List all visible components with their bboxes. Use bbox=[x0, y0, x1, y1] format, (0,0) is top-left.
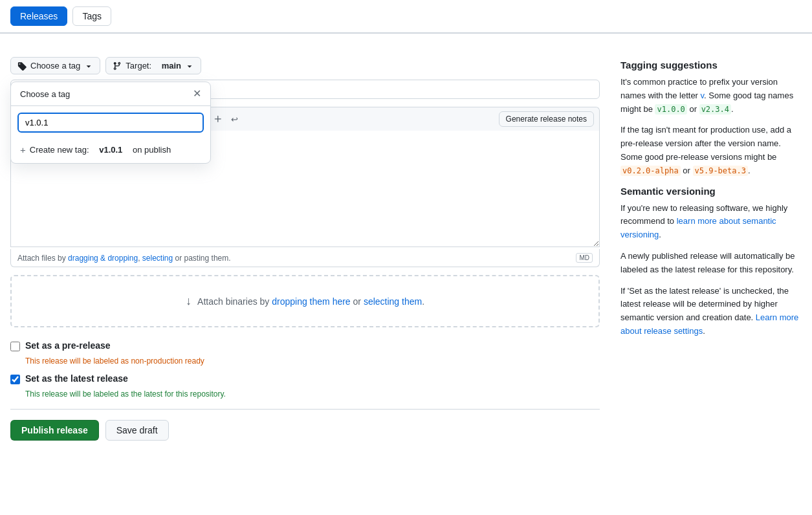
target-label: Target: bbox=[126, 61, 151, 71]
tagging-suggestions-title: Tagging suggestions bbox=[620, 60, 802, 71]
bottom-buttons: Publish release Save draft bbox=[10, 420, 600, 441]
tagging-p1: It's common practice to prefix your vers… bbox=[620, 76, 802, 116]
choose-tag-button[interactable]: Choose a tag bbox=[10, 57, 100, 74]
create-tag-prefix: Create new tag: bbox=[30, 145, 89, 155]
tag-icon bbox=[17, 61, 27, 71]
close-dropdown-button[interactable]: ✕ bbox=[193, 89, 201, 99]
prerelease-checkbox[interactable] bbox=[10, 342, 20, 351]
v234-example: v2.3.4 bbox=[699, 104, 731, 115]
controls-row: Choose a tag Target: main bbox=[10, 57, 600, 74]
prerelease-label[interactable]: Set as a pre-release bbox=[25, 340, 111, 351]
chevron-down-icon bbox=[84, 61, 93, 71]
v100-example: v1.0.0 bbox=[655, 104, 686, 115]
prerelease-example-1: v0.2.0-alpha bbox=[620, 166, 681, 176]
main-container: Choose a tag Target: main bbox=[0, 44, 812, 454]
attach-drag-link[interactable]: dragging & dropping bbox=[68, 254, 138, 263]
md-badge: MD bbox=[576, 253, 593, 263]
save-draft-button[interactable]: Save draft bbox=[105, 420, 169, 441]
latest-release-sublabel: This release will be labeled as the late… bbox=[25, 389, 600, 399]
binaries-attach-area[interactable]: ↓ Attach binaries by dropping them here … bbox=[10, 275, 600, 327]
semver-title: Semantic versioning bbox=[620, 186, 802, 197]
attach-files-text: Attach files by dragging & dropping, sel… bbox=[17, 254, 231, 263]
checkbox-section: Set as a pre-release This release will b… bbox=[10, 340, 600, 399]
prerelease-example-2: v5.9-beta.3 bbox=[693, 166, 748, 176]
publish-release-button[interactable]: Publish release bbox=[10, 420, 99, 441]
top-tabs-bar: Releases Tags bbox=[0, 0, 812, 33]
learn-more-release-settings-link[interactable]: Learn more about release settings bbox=[620, 312, 798, 336]
top-divider bbox=[0, 33, 812, 34]
semver-p1: If you're new to releasing software, we … bbox=[620, 202, 802, 242]
right-panel: Tagging suggestions It's common practice… bbox=[620, 57, 802, 441]
toolbar-ref-btn[interactable] bbox=[210, 112, 226, 126]
semver-p3: If 'Set as the latest release' is unchec… bbox=[620, 285, 802, 338]
semver-learn-link[interactable]: learn more about semantic versioning bbox=[620, 216, 776, 239]
down-arrow-icon: ↓ bbox=[186, 294, 192, 307]
tag-dropdown-header: Choose a tag ✕ bbox=[11, 82, 210, 106]
tab-tags[interactable]: Tags bbox=[72, 6, 111, 26]
latest-release-row: Set as the latest release bbox=[10, 373, 600, 384]
create-tag-name: v1.0.1 bbox=[99, 145, 122, 155]
target-branch-button[interactable]: Target: main bbox=[105, 57, 201, 74]
tag-dropdown-popup: Choose a tag ✕ + Create new tag: v1.0.1 … bbox=[10, 82, 211, 164]
file-attach-bar: Attach files by dragging & dropping, sel… bbox=[10, 249, 600, 267]
tag-search-input[interactable] bbox=[17, 113, 204, 133]
target-value: main bbox=[162, 61, 181, 71]
selecting-link[interactable]: selecting them bbox=[364, 296, 422, 307]
tag-dropdown-title: Choose a tag bbox=[20, 89, 70, 99]
create-tag-suffix: on publish bbox=[133, 145, 171, 155]
latest-release-checkbox[interactable] bbox=[10, 375, 20, 384]
create-tag-option[interactable]: + Create new tag: v1.0.1 on publish bbox=[11, 139, 210, 163]
attach-binaries-text: Attach binaries by dropping them here or… bbox=[197, 296, 424, 307]
semver-p2: A newly published release will automatic… bbox=[620, 250, 802, 277]
chevron-down-icon-2 bbox=[185, 61, 194, 71]
choose-tag-label: Choose a tag bbox=[30, 61, 80, 71]
latest-release-label[interactable]: Set as the latest release bbox=[25, 373, 128, 384]
prerelease-row: Set as a pre-release bbox=[10, 340, 600, 351]
tab-releases[interactable]: Releases bbox=[10, 6, 67, 26]
plus-icon: + bbox=[20, 144, 26, 155]
prerelease-sublabel: This release will be labeled as non-prod… bbox=[25, 356, 600, 366]
attach-select-link[interactable]: selecting bbox=[142, 254, 173, 263]
dropping-link[interactable]: dropping them here bbox=[272, 296, 350, 307]
left-panel: Choose a tag Target: main bbox=[10, 57, 600, 441]
tagging-p2: If the tag isn't meant for production us… bbox=[620, 124, 802, 177]
bottom-divider bbox=[10, 409, 600, 410]
toolbar-undo-btn[interactable]: ↩ bbox=[227, 112, 242, 127]
letter-v: v bbox=[701, 91, 705, 100]
generate-release-notes-button[interactable]: Generate release notes bbox=[499, 111, 594, 127]
branch-icon bbox=[113, 61, 122, 71]
